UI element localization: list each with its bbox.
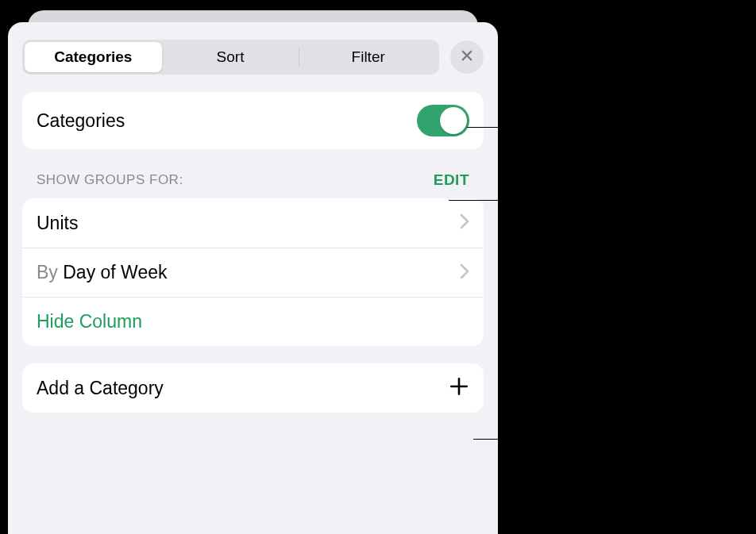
group-label: Units (37, 213, 453, 234)
add-category-label: Add a Category (37, 378, 449, 399)
chevron-right-icon (460, 263, 469, 282)
tab-label: Categories (54, 48, 132, 66)
groups-header-title: Show Groups For: (37, 172, 183, 188)
hide-column-row[interactable]: Hide Column (22, 297, 484, 346)
annotation-layer: Turn categories on or off. To delete or … (521, 0, 751, 534)
group-name: Day of Week (63, 262, 167, 282)
segmented-control: Categories Sort Filter (22, 40, 439, 75)
group-row-day-of-week[interactable]: By Day of Week (22, 248, 484, 297)
group-name: Units (37, 213, 78, 233)
categories-toggle-row: Categories (22, 92, 484, 149)
callout-edit: To delete or rearrange a category, tap E… (521, 179, 751, 225)
callout-toggle: Turn categories on or off. (521, 106, 716, 129)
add-category-card: Add a Category (22, 363, 484, 413)
leader-line (473, 439, 514, 440)
tab-label: Sort (217, 48, 245, 66)
plus-icon (449, 376, 469, 400)
tab-label: Filter (352, 48, 385, 66)
tab-sort[interactable]: Sort (162, 42, 299, 72)
organize-sheet: Categories Sort Filter Categories (8, 22, 498, 534)
categories-toggle[interactable] (417, 105, 469, 136)
chevron-right-icon (460, 213, 469, 232)
close-button[interactable] (450, 40, 484, 74)
groups-section-header: Show Groups For: EDIT (22, 149, 484, 194)
leader-line (467, 127, 514, 128)
toggle-knob (440, 107, 467, 134)
callout-add: To add a category or subcategory, tap Ad… (521, 417, 751, 509)
tab-categories[interactable]: Categories (25, 42, 162, 72)
leader-line (449, 200, 514, 201)
add-category-row[interactable]: Add a Category (22, 363, 484, 413)
group-prefix: By (37, 262, 63, 282)
edit-button[interactable]: EDIT (434, 171, 469, 189)
group-row-units[interactable]: Units (22, 198, 484, 248)
groups-list-card: Units By Day of Week Hide Column (22, 198, 484, 346)
close-icon (460, 48, 474, 66)
tab-filter[interactable]: Filter (299, 42, 437, 72)
toggle-label: Categories (37, 110, 417, 132)
group-label: By Day of Week (37, 262, 453, 283)
hide-column-label: Hide Column (37, 311, 469, 332)
categories-toggle-card: Categories (22, 92, 484, 149)
